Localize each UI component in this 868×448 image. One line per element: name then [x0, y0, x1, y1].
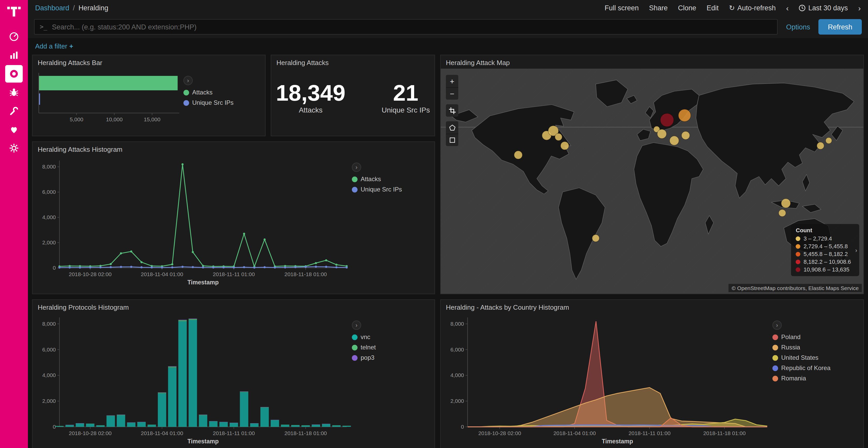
sidebar-item-attacks[interactable]: [5, 83, 23, 101]
polygon-icon: [449, 124, 456, 131]
legend-item[interactable]: vnc: [352, 334, 428, 341]
legend-color-dot: [183, 90, 189, 95]
svg-text:5,000: 5,000: [70, 116, 84, 122]
breadcrumb-separator: /: [73, 4, 75, 12]
breadcrumb-dashboard-link[interactable]: Dashboard: [35, 4, 69, 12]
map-fit-data-button[interactable]: [446, 104, 458, 117]
top-nav-actions: Full screen Share Clone Edit ↻ Auto-refr…: [604, 4, 861, 12]
legend-color-dot: [772, 355, 778, 360]
map-legend-range-label: 5,455.8 – 8,182.2: [804, 251, 848, 257]
time-back-button[interactable]: ‹: [786, 4, 789, 12]
metric-label: Unique Src IPs: [381, 106, 430, 114]
legend-collapse-button[interactable]: ›: [352, 320, 361, 330]
legend-label: telnet: [361, 344, 376, 351]
legend-color-dot: [352, 355, 358, 360]
legend-label: pop3: [361, 354, 374, 361]
panel-attacks-metric: Heralding Attacks 18,349 Attacks 21 Uniq…: [271, 55, 435, 136]
map-legend-collapse-chevron[interactable]: ›: [855, 247, 857, 253]
panel-attacks-histogram: Heralding Attacks Histogram 02,0004,0006…: [32, 141, 435, 294]
metric-unique-src-ips: 21 Unique Src IPs: [381, 81, 430, 114]
legend-label: Romania: [781, 375, 806, 382]
legend-label: Republic of Korea: [781, 365, 831, 372]
svg-text:2018-11-11 01:00: 2018-11-11 01:00: [213, 271, 255, 277]
legend-item[interactable]: United States: [772, 354, 854, 361]
legend-collapse-button[interactable]: ›: [352, 163, 361, 172]
map-legend-color-dot: [796, 236, 801, 241]
panel-title: Heralding Attacks Bar: [33, 55, 265, 68]
legend-collapse-button[interactable]: ›: [183, 76, 193, 85]
legend-item[interactable]: Unique Src IPs: [352, 186, 428, 193]
svg-text:10,000: 10,000: [106, 116, 122, 122]
legend-item[interactable]: Poland: [772, 334, 854, 341]
sidebar-item-tools[interactable]: [5, 102, 23, 120]
clone-button[interactable]: Clone: [678, 4, 696, 12]
refresh-button[interactable]: Refresh: [818, 19, 862, 35]
legend-label: Poland: [781, 334, 801, 341]
svg-text:15,000: 15,000: [144, 116, 160, 122]
legend-item[interactable]: Attacks: [352, 175, 428, 183]
svg-text:Timestamp: Timestamp: [187, 279, 219, 285]
legend-color-dot: [352, 176, 358, 182]
legend-label: Russia: [781, 344, 800, 351]
main-area: Dashboard / Heralding Full screen Share …: [28, 0, 868, 448]
metric-value: 18,349: [276, 81, 345, 105]
legend-item[interactable]: Romania: [772, 375, 854, 382]
time-range-button[interactable]: Last 30 days: [799, 4, 848, 12]
svg-text:2,000: 2,000: [450, 398, 464, 404]
svg-text:2018-11-18 01:00: 2018-11-18 01:00: [284, 430, 327, 436]
map-legend-range-label: 3 – 2,729.4: [804, 235, 832, 242]
map-legend-range-label: 8,182.2 – 10,908.6: [804, 259, 851, 265]
dashboard-grid: Heralding Attacks Bar 5,00010,00015,000 …: [32, 55, 864, 448]
sidebar-item-health[interactable]: [5, 121, 23, 138]
legend-item[interactable]: Republic of Korea: [772, 365, 854, 372]
legend-color-dot: [772, 376, 778, 381]
breadcrumb-current: Heralding: [79, 4, 108, 12]
svg-text:2018-10-28 02:00: 2018-10-28 02:00: [69, 430, 112, 436]
time-forward-button[interactable]: ›: [858, 4, 861, 12]
sidebar: [0, 0, 28, 448]
full-screen-button[interactable]: Full screen: [604, 4, 639, 12]
svg-text:8,000: 8,000: [42, 321, 56, 327]
options-link[interactable]: Options: [786, 23, 810, 31]
legend-item[interactable]: telnet: [352, 344, 428, 351]
map-attribution: © OpenStreetMap contributors, Elastic Ma…: [728, 284, 862, 292]
sidebar-item-settings[interactable]: [5, 139, 23, 157]
share-button[interactable]: Share: [649, 4, 668, 12]
legend-item[interactable]: Unique Src IPs: [183, 99, 260, 106]
map-draw-rectangle-button[interactable]: [446, 134, 458, 146]
metric-attacks: 18,349 Attacks: [276, 81, 345, 114]
refresh-cycle-icon: ↻: [729, 4, 735, 12]
app-root: Dashboard / Heralding Full screen Share …: [0, 0, 868, 448]
edit-button[interactable]: Edit: [707, 4, 719, 12]
legend-label: Attacks: [361, 175, 381, 183]
legend-item[interactable]: Russia: [772, 344, 854, 351]
svg-text:8,000: 8,000: [450, 321, 464, 327]
sidebar-item-dashboard[interactable]: [5, 28, 23, 45]
legend-item[interactable]: pop3: [352, 354, 428, 361]
map-zoom-in-button[interactable]: +: [446, 75, 458, 87]
svg-text:6,000: 6,000: [42, 189, 56, 195]
map-draw-polygon-button[interactable]: [446, 121, 458, 134]
panel-attack-map: Heralding Attack Map: [440, 55, 864, 294]
svg-text:8,000: 8,000: [42, 164, 56, 170]
rectangle-icon: [449, 137, 456, 143]
chart-legend: › vnctelnetpop3: [352, 312, 428, 447]
svg-text:Timestamp: Timestamp: [187, 438, 219, 445]
auto-refresh-button[interactable]: ↻ Auto-refresh: [729, 4, 776, 12]
t-logo-icon: [7, 4, 21, 18]
bar-chart-icon: [9, 50, 19, 60]
sidebar-item-honeypot-dashboard[interactable]: [5, 65, 23, 82]
map-zoom-out-button[interactable]: −: [446, 87, 458, 100]
svg-text:2018-11-11 01:00: 2018-11-11 01:00: [213, 430, 255, 436]
target-donut-icon: [9, 69, 19, 79]
add-filter-link[interactable]: Add a filter+: [35, 42, 73, 50]
legend-collapse-button[interactable]: ›: [772, 320, 782, 330]
t-brand-logo[interactable]: [7, 4, 21, 19]
legend-item[interactable]: Attacks: [183, 89, 260, 96]
legend-label: Unique Src IPs: [192, 99, 234, 106]
legend-label: Attacks: [192, 89, 213, 96]
world-map[interactable]: + −: [441, 69, 863, 294]
search-input[interactable]: >_ Search... (e.g. status:200 AND extens…: [34, 19, 778, 35]
svg-text:4,000: 4,000: [450, 372, 464, 378]
sidebar-item-visualize[interactable]: [5, 46, 23, 64]
